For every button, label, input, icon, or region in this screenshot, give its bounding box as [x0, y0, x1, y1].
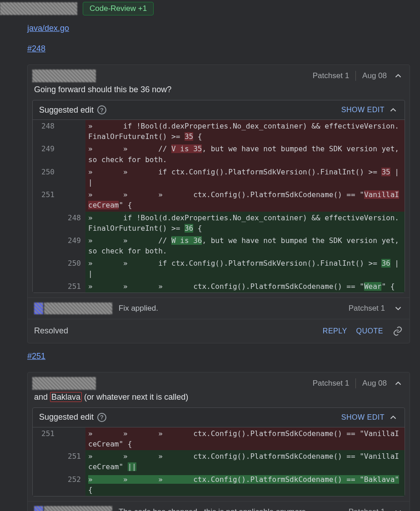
quote-button[interactable]: QUOTE	[356, 327, 383, 335]
comment-text: and Baklava (or whatever next it is call…	[28, 391, 410, 407]
expand-reply-icon[interactable]	[393, 303, 403, 313]
suggested-edit-header: Suggested edit ? SHOW EDIT	[33, 408, 405, 427]
code-added: » » » ctx.Config().PlatformSdkCodename()…	[85, 280, 405, 293]
line-number-new: 251	[59, 280, 85, 293]
line-number-old	[33, 280, 59, 293]
collapse-diff-icon[interactable]	[388, 105, 398, 115]
code-deleted: » » » ctx.Config().PlatformSdkCodename()…	[85, 427, 405, 450]
reply-button[interactable]: REPLY	[323, 327, 347, 335]
reply-message: The code has changed - this is not appli…	[119, 507, 308, 511]
reply-summary-row[interactable]: The code has changed - this is not appli…	[28, 501, 410, 511]
line-number-old	[33, 450, 59, 473]
line-number-old	[33, 212, 59, 234]
code-added: » » » ctx.Config().PlatformSdkCodename()…	[85, 450, 405, 473]
diff-row-added: 248» if !Bool(d.dexProperties.No_dex_con…	[33, 212, 405, 234]
code-added: » » » ctx.Config().PlatformSdkCodename()…	[85, 473, 405, 496]
line-anchor-link[interactable]: #251	[27, 352, 45, 361]
patchset-label[interactable]: Patchset 1	[311, 71, 351, 80]
replier-name-redacted	[44, 506, 112, 511]
line-number-old	[33, 234, 59, 257]
separator	[355, 378, 356, 388]
reply-message: Fix applied.	[119, 304, 158, 313]
collapse-icon[interactable]	[393, 71, 403, 81]
line-number-old	[33, 257, 59, 280]
code-deleted: » if !Bool(d.dexProperties.No_dex_contai…	[85, 120, 405, 143]
code-added: » » // W is 36, but we have not bumped t…	[85, 234, 405, 257]
line-number-new: 251	[59, 450, 85, 473]
comment-header: Patchset 1 Aug 08	[28, 65, 410, 83]
comment-text: Going forward should this be 36 now?	[28, 83, 410, 100]
text-before: and	[34, 392, 50, 402]
reply-patchset: Patchset 1	[347, 304, 387, 313]
diff-row-added: 251» » » ctx.Config().PlatformSdkCodenam…	[33, 280, 405, 293]
thread-footer: Resolved REPLY QUOTE	[28, 319, 410, 343]
diff-row-added: 250» » if ctx.Config().PlatformSdkVersio…	[33, 257, 405, 280]
code-added: » if !Bool(d.dexProperties.No_dex_contai…	[85, 212, 405, 234]
replier-avatar-redacted	[34, 506, 43, 511]
line-number-old: 251	[33, 427, 59, 450]
code-deleted: » » if ctx.Config().PlatformSdkVersion()…	[85, 166, 405, 189]
review-header: Code-Review +1	[0, 0, 420, 20]
code-added: » » if ctx.Config().PlatformSdkVersion()…	[85, 257, 405, 280]
show-edit-button[interactable]: SHOW EDIT	[341, 106, 385, 114]
code-deleted: » » » ctx.Config().PlatformSdkCodename()…	[85, 189, 405, 211]
comment-thread: Patchset 1 Aug 08 and Baklava (or whatev…	[27, 372, 410, 511]
reply-summary-row[interactable]: Fix applied. Patchset 1	[28, 298, 410, 319]
help-icon[interactable]: ?	[97, 105, 106, 114]
collapse-diff-icon[interactable]	[388, 412, 398, 422]
suggested-edit-block: Suggested edit ? SHOW EDIT 248» if !Bool…	[32, 100, 405, 293]
line-number-new: 249	[59, 234, 85, 257]
show-edit-button[interactable]: SHOW EDIT	[341, 413, 385, 422]
suggested-edit-header: Suggested edit ? SHOW EDIT	[33, 100, 405, 120]
line-number-new: 248	[59, 212, 85, 234]
expand-reply-icon[interactable]	[393, 507, 403, 511]
copy-link-icon[interactable]	[392, 326, 403, 337]
commenter-name-redacted	[32, 69, 96, 82]
text-after: (or whatever next it is called)	[82, 392, 188, 402]
line-number-new	[59, 189, 85, 211]
reviewer-name-redacted	[0, 2, 77, 15]
comment-header: Patchset 1 Aug 08	[28, 372, 410, 391]
diff-view: 248» if !Bool(d.dexProperties.No_dex_con…	[33, 120, 405, 293]
line-number-old	[33, 473, 59, 496]
comment-thread: Patchset 1 Aug 08 Going forward should t…	[27, 64, 410, 343]
diff-row-deleted: 251» » » ctx.Config().PlatformSdkCodenam…	[33, 189, 405, 211]
line-number-old: 251	[33, 189, 59, 211]
diff-row-deleted: 248» if !Bool(d.dexProperties.No_dex_con…	[33, 120, 405, 143]
line-number-new	[59, 143, 85, 165]
replier-avatar-redacted	[34, 303, 43, 314]
resolved-label: Resolved	[34, 326, 68, 336]
line-number-new	[59, 166, 85, 189]
suggested-edit-title: Suggested edit	[39, 105, 94, 115]
collapse-icon[interactable]	[393, 378, 403, 388]
code-deleted: » » // V is 35, but we have not bumped t…	[85, 143, 405, 165]
diff-row-deleted: 250» » if ctx.Config().PlatformSdkVersio…	[33, 166, 405, 189]
line-number-new	[59, 120, 85, 143]
commenter-name-redacted	[32, 377, 96, 390]
comment-date[interactable]: Aug 08	[360, 71, 389, 80]
comment-date[interactable]: Aug 08	[360, 379, 389, 388]
replier-name-redacted	[44, 303, 112, 314]
line-number-old: 250	[33, 166, 59, 189]
line-number-old: 249	[33, 143, 59, 165]
suggested-edit-block: Suggested edit ? SHOW EDIT 251» » » ctx.…	[32, 407, 405, 496]
reply-patchset: Patchset 1	[347, 507, 387, 511]
help-icon[interactable]: ?	[97, 413, 106, 422]
line-anchor-link[interactable]: #248	[27, 44, 45, 54]
diff-row-deleted: 251» » » ctx.Config().PlatformSdkCodenam…	[33, 427, 405, 450]
diff-row-added: 249» » // W is 36, but we have not bumpe…	[33, 234, 405, 257]
file-path-link[interactable]: java/dex.go	[27, 24, 69, 33]
diff-row-added: 252» » » ctx.Config().PlatformSdkCodenam…	[33, 473, 405, 496]
spellcheck-word[interactable]: Baklava	[50, 392, 82, 402]
separator	[355, 71, 356, 81]
line-number-new: 250	[59, 257, 85, 280]
diff-row-deleted: 249» » // V is 35, but we have not bumpe…	[33, 143, 405, 165]
diff-view: 251» » » ctx.Config().PlatformSdkCodenam…	[33, 427, 405, 496]
patchset-label[interactable]: Patchset 1	[311, 379, 351, 388]
line-number-new	[59, 427, 85, 450]
line-number-new: 252	[59, 473, 85, 496]
suggested-edit-title: Suggested edit	[39, 412, 94, 422]
diff-row-added: 251» » » ctx.Config().PlatformSdkCodenam…	[33, 450, 405, 473]
vote-badge: Code-Review +1	[83, 2, 154, 15]
line-number-old: 248	[33, 120, 59, 143]
